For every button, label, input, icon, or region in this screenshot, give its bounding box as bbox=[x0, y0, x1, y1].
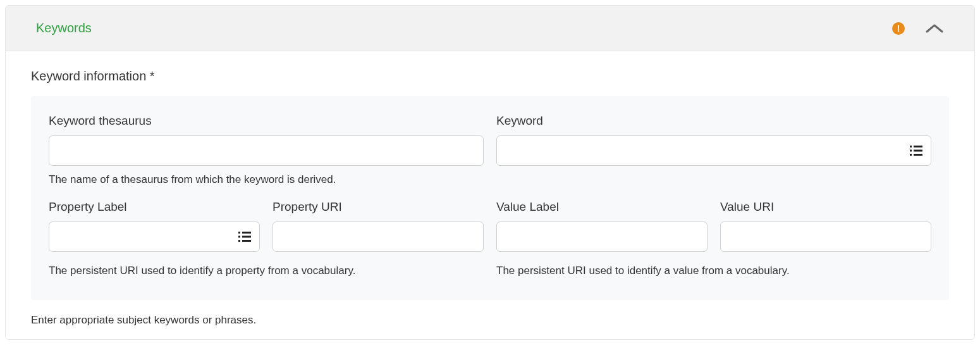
value-label-input-wrap bbox=[496, 222, 707, 252]
keyword-label: Keyword bbox=[496, 114, 931, 128]
value-uri-input[interactable] bbox=[720, 222, 931, 252]
keyword-thesaurus-input[interactable] bbox=[49, 135, 484, 166]
value-label-input[interactable] bbox=[496, 222, 707, 252]
row-2: Property Label bbox=[49, 200, 931, 252]
panel-title: Keywords bbox=[36, 21, 92, 35]
property-label-input[interactable] bbox=[49, 222, 260, 252]
property-label-input-wrap bbox=[49, 222, 260, 252]
value-help-col: The persistent URI used to identify a va… bbox=[496, 257, 931, 277]
value-uri-label: Value URI bbox=[720, 200, 931, 214]
keyword-input-wrap bbox=[496, 135, 931, 166]
panel-header[interactable]: Keywords ! bbox=[6, 6, 974, 51]
keyword-thesaurus-label: Keyword thesaurus bbox=[49, 114, 484, 128]
property-label-label: Property Label bbox=[49, 200, 260, 214]
keyword-thesaurus-help: The name of a thesaurus from which the k… bbox=[49, 173, 484, 186]
header-actions: ! bbox=[892, 22, 944, 35]
value-uri-field: Value URI bbox=[720, 200, 931, 252]
keyword-input[interactable] bbox=[496, 135, 931, 166]
keyword-field: Keyword bbox=[496, 114, 931, 186]
alert-icon: ! bbox=[892, 22, 905, 35]
property-uri-label: Property URI bbox=[273, 200, 484, 214]
row-2-help: The persistent URI used to identify a pr… bbox=[49, 257, 931, 277]
footer-help: Enter appropriate subject keywords or ph… bbox=[31, 314, 949, 327]
panel-body: Keyword information * Keyword thesaurus … bbox=[6, 51, 974, 339]
chevron-up-icon[interactable] bbox=[925, 23, 944, 34]
property-help-col: The persistent URI used to identify a pr… bbox=[49, 257, 484, 277]
row-1: Keyword thesaurus The name of a thesauru… bbox=[49, 114, 931, 186]
keyword-info-block: Keyword thesaurus The name of a thesauru… bbox=[31, 96, 949, 300]
keywords-panel: Keywords ! Keyword information * Keyword… bbox=[5, 5, 975, 340]
property-help: The persistent URI used to identify a pr… bbox=[49, 265, 484, 277]
section-title: Keyword information * bbox=[31, 69, 949, 84]
property-uri-field: Property URI bbox=[273, 200, 484, 252]
keyword-thesaurus-field: Keyword thesaurus The name of a thesauru… bbox=[49, 114, 484, 186]
property-uri-input[interactable] bbox=[273, 222, 484, 252]
value-uri-input-wrap bbox=[720, 222, 931, 252]
value-help: The persistent URI used to identify a va… bbox=[496, 265, 931, 277]
keyword-thesaurus-input-wrap bbox=[49, 135, 484, 166]
value-label-label: Value Label bbox=[496, 200, 707, 214]
value-label-field: Value Label bbox=[496, 200, 707, 252]
property-uri-input-wrap bbox=[273, 222, 484, 252]
property-label-field: Property Label bbox=[49, 200, 260, 252]
